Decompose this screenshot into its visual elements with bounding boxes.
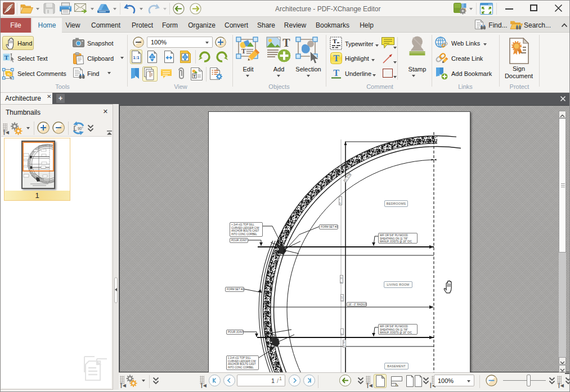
svg-text:90°: 90° xyxy=(78,127,83,130)
svg-text:1:1: 1:1 xyxy=(133,55,140,60)
svg-text:T: T xyxy=(333,53,339,63)
svg-text:T: T xyxy=(5,54,9,61)
svg-text:T: T xyxy=(333,68,339,78)
svg-text:T: T xyxy=(241,47,246,55)
svg-text:T: T xyxy=(193,74,196,79)
svg-text:T: T xyxy=(333,38,337,44)
svg-text:T: T xyxy=(282,37,290,49)
